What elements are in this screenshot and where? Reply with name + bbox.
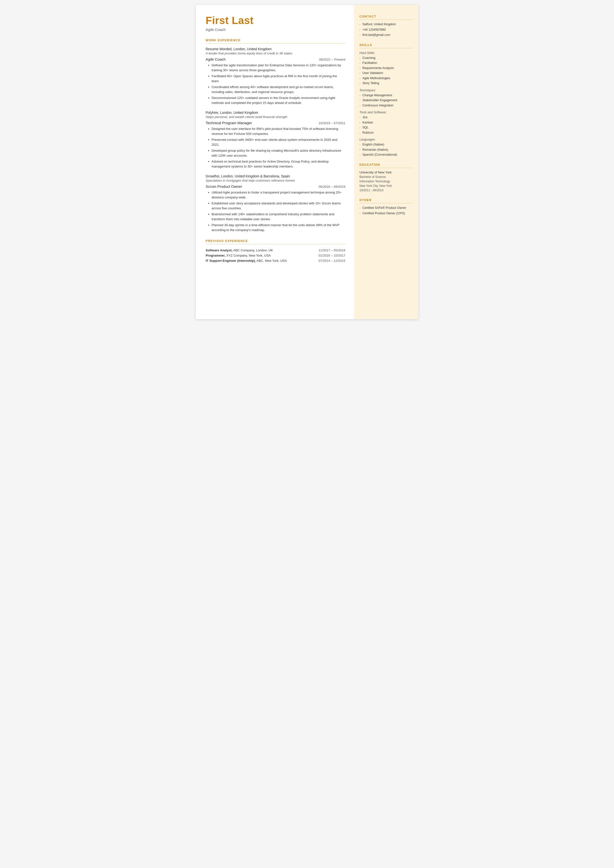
job-bullets-2: Designed the user interface for RW's pil… (206, 126, 346, 169)
prev-job-bold-3: IT Support Engineer (Internship), (206, 259, 256, 262)
bullet-2-3: Developed group policy for file sharing … (208, 148, 346, 158)
hard-skill-5: Agile Methodologies (360, 76, 413, 81)
prev-job-title-3: IT Support Engineer (Internship), ABC, N… (206, 258, 290, 263)
bullet-1-4: Decommissioned 120+ outdated servers in … (208, 96, 346, 105)
company-rest-3: London, United Kingdom & Barcelona, Spai… (220, 174, 290, 178)
contact-phone: +44 1234567890 (360, 28, 413, 32)
edu-field: Information Technology (360, 180, 390, 183)
edu-degree: Bachelor of Science (360, 175, 386, 179)
left-column: First Last Agile Coach WORK EXPERIENCE R… (196, 5, 354, 319)
company-name-2: Polyhire, London, United Kingdom (206, 110, 346, 115)
job-block-1: Resume Worded, London, United Kingdom A … (206, 47, 346, 105)
company-desc-3: Specializes in mortgages that help custo… (206, 179, 346, 182)
right-column: CONTACT Salford, United Kingdom +44 1234… (354, 5, 419, 319)
prev-job-bold-1: Software Analyst, (206, 248, 233, 252)
education-block: University of New York Bachelor of Scien… (360, 171, 413, 193)
prev-job-dates-3: 07/2014 – 12/2015 (290, 258, 346, 263)
company-bold-2: Polyhire, (206, 110, 219, 115)
bullet-3-4: Planned 30-day sprints in a time-efficie… (208, 223, 346, 232)
contact-heading: CONTACT (360, 15, 413, 20)
prev-job-title-1: Software Analyst, ABC Company, London, U… (206, 248, 290, 253)
previous-experience-heading: PREVIOUS EXPERIENCE (206, 239, 346, 244)
prev-job-rest-1: ABC Company, London, UK (233, 248, 273, 252)
techniques-label: Techniques: (360, 89, 413, 92)
job-block-3: Growthsi, London, United Kingdom & Barce… (206, 174, 346, 232)
company-desc-1: A lender that provides home equity lines… (206, 51, 346, 55)
name-section: First Last Agile Coach (206, 15, 346, 32)
technique-3: Continuous Integration (360, 103, 413, 108)
techniques-list: Change Management Stakeholder Engagement… (360, 93, 413, 108)
hard-skill-1: Coaching (360, 56, 413, 61)
prev-job-bold-2: Programmer, (206, 254, 225, 257)
language-3: Spanish (Conversational) (360, 153, 413, 157)
contact-email: first.last@gmail.com (360, 33, 413, 37)
bullet-3-2: Established user story acceptance standa… (208, 201, 346, 211)
hard-skill-4: User Validation (360, 71, 413, 76)
company-bold-1: Resume Worded, (206, 47, 233, 51)
tools-label: Tools and Software: (360, 110, 413, 114)
other-heading: OTHER (360, 199, 413, 203)
company-bold-3: Growthsi, (206, 174, 220, 178)
bullet-2-1: Designed the user interface for RW's pil… (208, 126, 346, 136)
prev-job-title-2: Programmer, XYZ Company, New York, USA (206, 253, 290, 258)
company-name-1: Resume Worded, London, United Kingdom (206, 47, 346, 51)
bullet-2-4: Advised on technical best practices for … (208, 159, 346, 169)
prev-job-row-1: Software Analyst, ABC Company, London, U… (206, 248, 346, 253)
language-1: English (Native) (360, 143, 413, 147)
company-name-3: Growthsi, London, United Kingdom & Barce… (206, 174, 346, 178)
full-name: First Last (206, 15, 346, 26)
education-heading: EDUCATION (360, 163, 413, 168)
job-dates-2: 10/2019 – 07/2021 (318, 121, 345, 125)
edu-dates: 10/2011 - 06/2014 (360, 189, 383, 192)
job-role-2: Technical Program Manager (206, 121, 252, 125)
prev-job-row-3: IT Support Engineer (Internship), ABC, N… (206, 258, 346, 263)
prev-job-row-2: Programmer, XYZ Company, New York, USA 0… (206, 253, 346, 258)
languages-list: English (Native) Romanian (Native) Spani… (360, 143, 413, 157)
job-role-3: Scrum Product Owner (206, 184, 242, 189)
other-item-2: Certified Product Owner (CPO) (360, 211, 413, 216)
tool-4: Rubicon (360, 130, 413, 135)
skills-heading: SKILLS (360, 43, 413, 48)
hard-skill-6: Story Telling (360, 81, 413, 85)
technique-1: Change Management (360, 93, 413, 98)
bullet-1-3: Coordinated efforts among 40+ software d… (208, 85, 346, 94)
job-dates-3: 06/2018 – 09/2019 (318, 185, 345, 189)
work-experience-heading: WORK EXPERIENCE (206, 39, 346, 43)
bullet-1-2: Facilitated 60+ Open Spaces about Agile … (208, 74, 346, 83)
prev-job-rest-2: XYZ Company, New York, USA (225, 254, 271, 257)
resume-container: First Last Agile Coach WORK EXPERIENCE R… (196, 5, 419, 319)
job-dates-1: 08/2021 – Present (319, 57, 345, 61)
edu-location: New York City, New York (360, 184, 392, 188)
job-title: Agile Coach (206, 28, 346, 32)
job-header-3: Scrum Product Owner 06/2018 – 09/2019 (206, 184, 346, 189)
hard-skill-3: Requirements Analysis (360, 66, 413, 70)
bullet-1-1: Defined the agile transformation plan fo… (208, 63, 346, 73)
tools-list: Jira Kanban SQL Rubicon (360, 115, 413, 135)
languages-label: Languages: (360, 138, 413, 141)
company-desc-2: Helps personal, and wealth clients build… (206, 115, 346, 119)
contact-list: Salford, United Kingdom +44 1234567890 f… (360, 22, 413, 37)
edu-details: Bachelor of Science Information Technolo… (360, 175, 413, 193)
other-list: Certified SAFe® Product Owner Certified … (360, 206, 413, 216)
hard-skills-label: Hard Skills: (360, 51, 413, 55)
tool-1: Jira (360, 115, 413, 120)
bullet-2-2: Preserved contact with 3400+ end-user cl… (208, 137, 346, 147)
job-role-1: Agile Coach (206, 57, 226, 61)
prev-job-dates-1: 11/2017 – 05/2018 (290, 248, 346, 253)
hard-skill-2: Facilitation (360, 61, 413, 65)
prev-job-rest-3: ABC, New York, USA (256, 259, 287, 262)
language-2: Romanian (Native) (360, 148, 413, 152)
company-rest-2: London, United Kingdom (219, 110, 258, 115)
bullet-3-3: Brainstormed with 140+ stakeholders to c… (208, 212, 346, 222)
job-bullets-1: Defined the agile transformation plan fo… (206, 63, 346, 105)
prev-job-dates-2: 01/2016 – 10/2017 (290, 253, 346, 258)
tool-2: Kanban (360, 121, 413, 125)
tool-3: SQL (360, 126, 413, 130)
bullet-3-1: Utilized Agile procedures to foster a tr… (208, 190, 346, 200)
job-header-1: Agile Coach 08/2021 – Present (206, 57, 346, 61)
edu-school: University of New York (360, 171, 413, 174)
contact-location: Salford, United Kingdom (360, 22, 413, 27)
hard-skills-list: Coaching Facilitation Requirements Analy… (360, 56, 413, 85)
company-rest-1: London, United Kingdom (233, 47, 271, 51)
job-header-2: Technical Program Manager 10/2019 – 07/2… (206, 121, 346, 125)
